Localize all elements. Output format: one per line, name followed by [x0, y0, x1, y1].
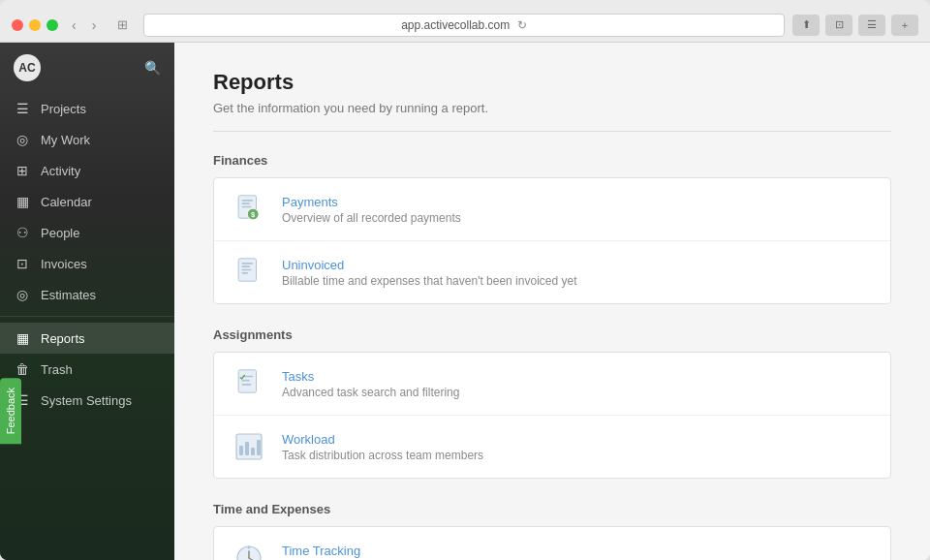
svg-rect-10	[242, 272, 249, 274]
report-tasks[interactable]: Tasks Advanced task search and filtering	[214, 353, 890, 416]
sidebar-item-reports[interactable]: ▦ Reports	[0, 323, 174, 354]
sidebar-item-system-settings[interactable]: ☰ System Settings	[0, 385, 174, 416]
sidebar-item-people[interactable]: ⚇ People	[0, 217, 174, 248]
payments-icon: $	[232, 192, 266, 227]
svg-rect-7	[242, 263, 254, 264]
reload-icon: ↻	[517, 18, 527, 32]
svg-rect-16	[239, 446, 243, 455]
finances-card: $ Payments Overview of all recorded paym…	[213, 177, 891, 304]
svg-rect-17	[245, 442, 249, 455]
page-title: Reports	[213, 70, 891, 95]
sidebar-item-label: Invoices	[41, 257, 87, 271]
forward-button[interactable]: ›	[86, 16, 103, 35]
reports-icon: ▦	[14, 330, 31, 346]
back-button[interactable]: ‹	[66, 16, 82, 35]
tasks-info: Tasks Advanced task search and filtering	[282, 369, 459, 399]
sidebar-item-label: Activity	[41, 164, 80, 178]
sidebar-item-label: Calendar	[41, 195, 92, 209]
close-button[interactable]	[12, 19, 23, 31]
time-expenses-card: Time Tracking Time records in all projec…	[213, 526, 891, 560]
app-container: AC 🔍 ☰ Projects ◎ My Work ⊞ Activity	[0, 43, 930, 560]
sidebar-item-projects[interactable]: ☰ Projects	[0, 93, 174, 124]
workload-icon	[232, 429, 266, 464]
svg-rect-2	[242, 202, 250, 204]
estimates-icon: ◎	[14, 287, 31, 302]
report-time-tracking[interactable]: Time Tracking Time records in all projec…	[214, 527, 890, 560]
tasks-desc: Advanced task search and filtering	[282, 386, 459, 399]
uninvoiced-info: Uninvoiced Billable time and expenses th…	[282, 258, 577, 288]
calendar-icon: ▦	[14, 194, 31, 209]
sidebar-item-activity[interactable]: ⊞ Activity	[0, 155, 174, 186]
svg-rect-14	[242, 384, 252, 386]
page-subtitle: Get the information you need by running …	[213, 101, 891, 115]
uninvoiced-icon	[232, 255, 266, 290]
svg-rect-8	[242, 265, 250, 267]
tasks-icon	[232, 366, 266, 401]
sidebar-item-label: People	[41, 226, 79, 240]
search-icon[interactable]: 🔍	[144, 60, 161, 76]
report-payments[interactable]: $ Payments Overview of all recorded paym…	[214, 178, 890, 241]
sidebar-item-label: Projects	[41, 102, 86, 116]
main-content: Reports Get the information you need by …	[174, 43, 930, 560]
uninvoiced-desc: Billable time and expenses that haven't …	[282, 274, 577, 288]
address-bar[interactable]: app.activecollab.com ↻	[143, 14, 785, 37]
workload-info: Workload Task distribution across team m…	[282, 432, 483, 462]
section-title-time-expenses: Time and Expenses	[213, 502, 891, 516]
browser-actions: ⬆ ⊡ ☰ +	[792, 15, 918, 36]
my-work-icon: ◎	[14, 132, 31, 147]
maximize-button[interactable]	[46, 19, 58, 31]
tasks-name: Tasks	[282, 369, 459, 384]
report-uninvoiced[interactable]: Uninvoiced Billable time and expenses th…	[214, 241, 890, 303]
sidebar-item-label: My Work	[41, 133, 90, 147]
sidebar-item-label: Trash	[41, 362, 73, 377]
app-logo[interactable]: AC	[14, 54, 41, 81]
payments-info: Payments Overview of all recorded paymen…	[282, 195, 461, 225]
sidebar-nav: ☰ Projects ◎ My Work ⊞ Activity ▦ Calend…	[0, 93, 174, 502]
share-button[interactable]: ⬆	[792, 15, 820, 36]
sidebar-content: AC 🔍 ☰ Projects ◎ My Work ⊞ Activity	[0, 43, 174, 560]
new-tab-button[interactable]: +	[891, 15, 918, 36]
svg-rect-13	[242, 380, 250, 382]
projects-icon: ☰	[14, 101, 31, 116]
svg-rect-19	[257, 440, 261, 455]
url-text: app.activecollab.com	[401, 18, 510, 32]
sidebar-item-trash[interactable]: 🗑 Trash	[0, 354, 174, 385]
browser-chrome: ‹ › ⊞ app.activecollab.com ↻ ⬆ ⊡ ☰ +	[0, 0, 930, 43]
people-icon: ⚇	[14, 225, 31, 240]
traffic-lights	[12, 19, 58, 31]
svg-rect-1	[242, 200, 254, 202]
svg-rect-9	[242, 269, 252, 271]
section-finances: Finances $ Payments	[213, 153, 891, 304]
uninvoiced-name: Uninvoiced	[282, 258, 577, 272]
section-time-expenses: Time and Expenses Time Tracking Time rec…	[213, 502, 891, 560]
menu-button[interactable]: ☰	[858, 15, 885, 36]
bookmark-button[interactable]: ⊡	[825, 15, 852, 36]
trash-icon: 🗑	[14, 361, 31, 377]
feedback-tab[interactable]: Feedback	[0, 378, 21, 444]
sidebar: AC 🔍 ☰ Projects ◎ My Work ⊞ Activity	[0, 43, 174, 560]
sidebar-item-calendar[interactable]: ▦ Calendar	[0, 186, 174, 217]
invoices-icon: ⊡	[14, 256, 31, 271]
sidebar-item-estimates[interactable]: ◎ Estimates	[0, 279, 174, 310]
tab-view-button[interactable]: ⊞	[109, 16, 136, 34]
minimize-button[interactable]	[29, 19, 41, 31]
payments-name: Payments	[282, 195, 461, 209]
nav-buttons: ‹ ›	[66, 16, 102, 35]
assignments-card: Tasks Advanced task search and filtering	[213, 352, 891, 479]
sidebar-item-invoices[interactable]: ⊡ Invoices	[0, 248, 174, 279]
sidebar-item-label: System Settings	[41, 393, 132, 408]
svg-rect-3	[242, 206, 252, 208]
time-tracking-icon	[232, 541, 266, 560]
svg-rect-18	[251, 448, 255, 455]
report-workload[interactable]: Workload Task distribution across team m…	[214, 416, 890, 478]
sidebar-item-label: Estimates	[41, 288, 96, 302]
workload-desc: Task distribution across team members	[282, 449, 483, 462]
sidebar-divider	[0, 316, 174, 317]
sidebar-item-my-work[interactable]: ◎ My Work	[0, 124, 174, 155]
workload-name: Workload	[282, 432, 483, 447]
svg-point-21	[248, 546, 251, 549]
sidebar-header: AC 🔍	[0, 43, 174, 93]
time-tracking-info: Time Tracking Time records in all projec…	[282, 544, 420, 561]
page-divider	[213, 131, 891, 132]
sidebar-item-label: Reports	[41, 331, 85, 346]
